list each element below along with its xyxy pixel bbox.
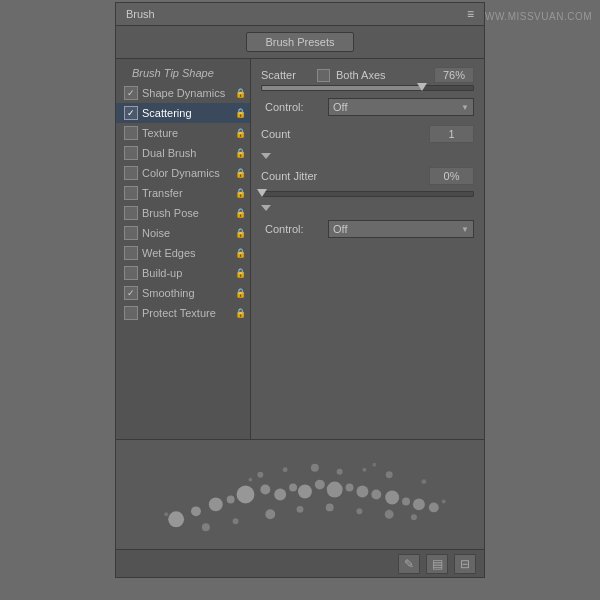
main-content: Scatter Both Axes 76% Control: Off Fade [251,59,484,439]
sidebar-item-label-color-dynamics: Color Dynamics [142,167,220,179]
svg-point-10 [327,482,343,498]
sidebar-item-brush-pose[interactable]: Brush Pose 🔒 [116,203,250,223]
sidebar-item-color-dynamics[interactable]: Color Dynamics 🔒 [116,163,250,183]
sidebar-item-noise[interactable]: Noise 🔒 [116,223,250,243]
panel-tab-label: Brush [126,8,155,20]
lock-icon-color-dynamics: 🔒 [234,167,246,180]
sidebar-items-container: ✓ Shape Dynamics 🔒 ✓ Scattering 🔒 Textur… [116,83,250,323]
panel-body: Brush Tip Shape ✓ Shape Dynamics 🔒 ✓ Sca… [116,59,484,439]
svg-point-24 [202,523,210,531]
svg-point-31 [411,514,417,520]
check-icon-wet-edges [124,246,138,260]
scatter-slider-track[interactable] [261,85,474,91]
panel-menu-icon[interactable]: ≡ [467,7,474,21]
svg-point-8 [298,485,312,499]
sidebar-item-smoothing[interactable]: ✓ Smoothing 🔒 [116,283,250,303]
svg-point-28 [326,503,334,511]
brush-preview-area [116,439,484,549]
sidebar-item-label-protect-texture: Protect Texture [142,307,216,319]
svg-point-20 [311,464,319,472]
check-icon-scattering: ✓ [124,106,138,120]
count-jitter-value[interactable]: 0% [429,167,474,185]
control1-select-wrapper: Off Fade Pen Pressure Pen Tilt [328,98,474,116]
sidebar-item-label-brush-pose: Brush Pose [142,207,199,219]
divider-row1 [251,147,484,163]
sidebar-item-label-noise: Noise [142,227,170,239]
control1-label: Control: [265,101,320,113]
sidebar-item-label-smoothing: Smoothing [142,287,195,299]
sidebar-item-transfer[interactable]: Transfer 🔒 [116,183,250,203]
bottom-icon-list[interactable]: ▤ [426,554,448,574]
svg-point-6 [274,489,286,501]
scatter-slider-thumb[interactable] [417,83,427,91]
svg-point-1 [191,506,201,516]
brush-preview-canvas [116,440,484,549]
svg-point-14 [385,491,399,505]
lock-icon-smoothing: 🔒 [234,287,246,300]
count-label: Count [261,128,421,140]
brush-presets-button[interactable]: Brush Presets [246,32,353,52]
svg-point-16 [413,498,425,510]
check-icon-noise [124,226,138,240]
brush-panel: Brush ≡ Brush Presets Brush Tip Shape ✓ … [115,2,485,578]
svg-point-22 [362,468,366,472]
sidebar-item-label-build-up: Build-up [142,267,182,279]
check-icon-shape-dynamics: ✓ [124,86,138,100]
control2-select-wrapper: Off Fade Pen Pressure Pen Tilt [328,220,474,238]
svg-point-9 [315,480,325,490]
svg-point-29 [356,508,362,514]
lock-icon-dual-brush: 🔒 [234,147,246,160]
check-icon-brush-pose [124,206,138,220]
both-axes-label: Both Axes [336,69,386,81]
lock-icon-brush-pose: 🔒 [234,207,246,220]
sidebar-item-label-wet-edges: Wet Edges [142,247,196,259]
sidebar-item-dual-brush[interactable]: Dual Brush 🔒 [116,143,250,163]
bottom-icon-edit[interactable]: ✎ [398,554,420,574]
svg-point-12 [356,486,368,498]
svg-point-4 [237,486,255,504]
both-axes-checkbox[interactable] [317,69,330,82]
panel-toolbar: Brush Presets [116,26,484,59]
sidebar-item-build-up[interactable]: Build-up 🔒 [116,263,250,283]
svg-point-19 [283,467,288,472]
count-row: Count 1 [251,121,484,147]
check-icon-smoothing: ✓ [124,286,138,300]
scatter-slider-fill [262,86,422,90]
svg-point-7 [289,484,297,492]
check-icon-dual-brush [124,146,138,160]
control2-select[interactable]: Off Fade Pen Pressure Pen Tilt [328,220,474,238]
sidebar-item-shape-dynamics[interactable]: ✓ Shape Dynamics 🔒 [116,83,250,103]
lock-icon-shape-dynamics: 🔒 [234,87,246,100]
svg-point-11 [346,484,354,492]
count-jitter-slider-track[interactable] [261,191,474,197]
sidebar-item-wet-edges[interactable]: Wet Edges 🔒 [116,243,250,263]
control2-row: Control: Off Fade Pen Pressure Pen Tilt [251,215,484,243]
svg-point-18 [257,472,263,478]
svg-point-27 [297,506,304,513]
control1-select[interactable]: Off Fade Pen Pressure Pen Tilt [328,98,474,116]
control2-label: Control: [265,223,320,235]
count-jitter-slider-row[interactable] [251,189,484,199]
count-jitter-row: Count Jitter 0% [251,163,484,189]
sidebar-item-texture[interactable]: Texture 🔒 [116,123,250,143]
svg-point-17 [429,502,439,512]
count-value[interactable]: 1 [429,125,474,143]
lock-icon-transfer: 🔒 [234,187,246,200]
divider-row2 [251,199,484,215]
svg-point-5 [260,485,270,495]
sidebar-item-label-scattering: Scattering [142,107,192,119]
count-jitter-slider-thumb[interactable] [257,189,267,197]
sidebar: Brush Tip Shape ✓ Shape Dynamics 🔒 ✓ Sca… [116,59,251,439]
check-icon-color-dynamics [124,166,138,180]
scatter-label: Scatter [261,69,311,81]
bottom-icon-delete[interactable]: ⊟ [454,554,476,574]
scatter-slider-row[interactable] [251,83,484,93]
sidebar-item-scattering[interactable]: ✓ Scattering 🔒 [116,103,250,123]
sidebar-item-protect-texture[interactable]: Protect Texture 🔒 [116,303,250,323]
bottom-bar: ✎ ▤ ⊟ [116,549,484,577]
lock-icon-build-up: 🔒 [234,267,246,280]
control1-row: Control: Off Fade Pen Pressure Pen Tilt [251,93,484,121]
lock-icon-texture: 🔒 [234,127,246,140]
check-icon-protect-texture [124,306,138,320]
check-icon-transfer [124,186,138,200]
